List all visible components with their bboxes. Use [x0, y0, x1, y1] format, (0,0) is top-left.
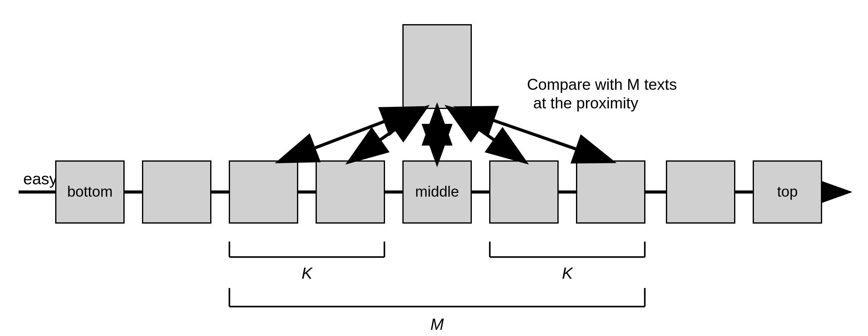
box-unnamed-2 — [666, 161, 735, 223]
top-label: top — [777, 183, 798, 200]
box-k-right-1 — [490, 161, 558, 223]
arrow-to-k-right-2 — [459, 108, 611, 161]
box-k-left-2 — [316, 161, 384, 223]
bottom-label: bottom — [67, 183, 113, 200]
easy-label: easy — [23, 170, 57, 188]
box-unnamed-1 — [143, 161, 211, 223]
box-k-right-2 — [577, 161, 645, 223]
compare-text-line1: Compare with M texts — [527, 76, 677, 93]
m-label: M — [430, 315, 444, 333]
diagram-container: easy difficult bottom middle top Compare… — [0, 0, 868, 336]
arrow-to-k-left-1 — [281, 108, 418, 161]
k-label-right: K — [562, 264, 574, 282]
arrow-to-k-right-1 — [450, 108, 524, 161]
arrow-to-k-left-2 — [350, 108, 425, 161]
box-k-left-1 — [229, 161, 298, 223]
query-box — [403, 25, 471, 108]
compare-text-line2: at the proximity — [533, 95, 638, 112]
k-label-left: K — [302, 264, 313, 282]
middle-label: middle — [415, 183, 459, 200]
